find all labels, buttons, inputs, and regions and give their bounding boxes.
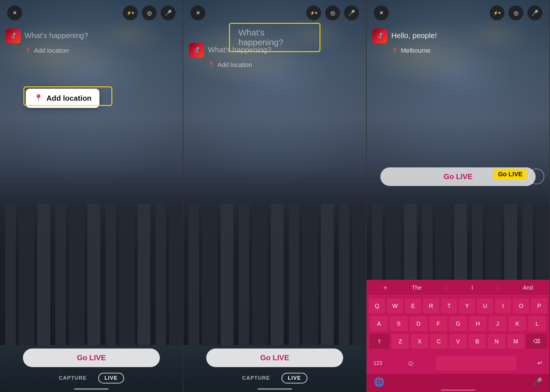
location-row-1[interactable]: 📍 Add location [25,47,177,54]
tab-live-1[interactable]: LIVE [98,373,124,383]
key-z[interactable]: Z [392,334,409,349]
close-button-1[interactable]: ✕ [7,5,22,20]
flash-icon-2: ⚡× [310,11,317,15]
flash-button-2[interactable]: ⚡× [306,5,321,20]
face-button-2[interactable]: ◎ [325,5,340,20]
key-t[interactable]: T [441,298,457,313]
key-backspace[interactable]: ⌫ [527,334,547,349]
go-live-button-1[interactable]: Go LIVE [23,349,160,367]
close-button-2[interactable]: ✕ [190,5,205,20]
callout-location-icon-1: 📍 [34,94,43,103]
face-button-3[interactable]: ◎ [508,5,523,20]
tab-row-1: CAPTURE LIVE [59,373,124,383]
flash-icon-1: ⚡× [127,11,134,15]
top-bar-1: ✕ ⚡× ◎ 🎤 [0,0,183,26]
whats-happening-highlight-box-2: What's happening? [229,23,321,52]
location-text-2: Add location [217,61,252,69]
close-icon-2: ✕ [196,10,200,16]
mic-icon-1: 🎤 [165,9,172,16]
key-v[interactable]: V [449,334,467,349]
key-numbers[interactable]: 123 [370,358,386,369]
suggestion-the-3[interactable]: The [412,284,421,291]
location-row-3[interactable]: 📍 Melbourne [391,47,544,54]
home-indicator-1 [74,388,109,390]
go-live-label-1: Go LIVE [77,353,106,362]
face-icon-3: ◎ [514,9,518,16]
key-r[interactable]: R [423,298,439,313]
key-g[interactable]: G [449,316,467,331]
key-h[interactable]: H [469,316,487,331]
tab-live-2[interactable]: LIVE [282,373,307,383]
key-emoji[interactable]: ☺ [404,357,418,370]
circle-button-3[interactable] [529,169,544,184]
flash-button-3[interactable]: ⚡× [490,5,504,20]
keyboard-mic-button-3[interactable]: 🎤 [533,377,542,386]
key-u[interactable]: U [477,298,493,313]
key-c[interactable]: C [430,334,447,349]
top-bar-2: ✕ ⚡× ◎ 🎤 [183,0,366,26]
flash-icon-3: ⚡× [493,11,500,15]
keyboard-suggestions-3: + The | I | And [367,280,549,296]
close-button-3[interactable]: ✕ [374,5,389,20]
key-row-1-3: Q W E R T Y U I O P [369,298,547,313]
avatar-1: 🦸 [6,29,21,43]
tab-capture-1[interactable]: CAPTURE [59,375,87,381]
key-return[interactable]: ↵ [534,357,546,369]
top-right-icons-3: ⚡× ◎ 🎤 [490,5,542,20]
location-icon-2: 📍 [208,62,215,68]
key-p[interactable]: P [531,298,547,313]
mic-button-3[interactable]: 🎤 [527,5,542,20]
key-y[interactable]: Y [459,298,475,313]
buildings-1 [0,169,183,345]
compose-row-3: 🦸 Hello, people! [372,29,544,43]
location-row-2[interactable]: 📍 Add location [208,61,360,69]
key-q[interactable]: Q [369,298,385,313]
key-m[interactable]: M [507,334,525,349]
compose-typed-text-3[interactable]: Hello, people! [391,29,437,41]
mic-button-1[interactable]: 🎤 [161,5,176,20]
bottom-bar-1: Go LIVE CAPTURE LIVE [0,349,183,383]
compose-area-3: 🦸 Hello, people! 📍 Melbourne [367,29,549,54]
mic-icon-3: 🎤 [531,9,539,16]
face-button-1[interactable]: ◎ [142,5,157,20]
go-live-label-2: Go LIVE [260,353,289,362]
top-right-icons-2: ⚡× ◎ 🎤 [306,5,359,20]
go-live-button-2[interactable]: Go LIVE [206,349,343,367]
key-f[interactable]: F [429,316,447,331]
key-a[interactable]: A [370,316,388,331]
face-icon-1: ◎ [147,9,152,16]
suggestion-i-3[interactable]: I [472,284,473,291]
flash-button-1[interactable]: ⚡× [123,5,138,20]
key-b[interactable]: B [469,334,486,349]
emoji-icon: ☺ [407,359,415,367]
globe-button-3[interactable]: 🌐 [374,377,384,387]
key-k[interactable]: K [508,316,526,331]
suggestion-plus-3: + [383,283,387,292]
key-e[interactable]: E [405,298,421,313]
key-space[interactable] [436,356,516,371]
compose-area-1: 🦸 What's happening? 📍 Add location [0,29,183,54]
key-d[interactable]: D [410,316,427,331]
location-text-3: Melbourne [401,47,431,54]
key-x[interactable]: X [411,334,428,349]
tab-capture-2[interactable]: CAPTURE [242,375,270,381]
add-location-callout-1[interactable]: 📍 Add location [26,89,99,108]
key-i[interactable]: I [495,298,511,313]
go-live-label-3: Go LIVE [443,172,472,181]
callout-label-1: Add location [46,94,91,103]
keyboard-3: + The | I | And Q W E R T Y U I O P [367,280,549,392]
location-text-1: Add location [34,47,69,54]
close-icon-1: ✕ [13,10,17,16]
key-o[interactable]: O [513,298,529,313]
suggestion-and-3[interactable]: And [523,284,533,291]
key-l[interactable]: L [528,316,546,331]
compose-placeholder-1[interactable]: What's happening? [25,29,88,41]
key-s[interactable]: S [390,316,408,331]
key-w[interactable]: W [387,298,403,313]
key-shift[interactable]: ⇧ [369,334,390,349]
mic-button-2[interactable]: 🎤 [344,5,359,20]
key-n[interactable]: N [488,334,505,349]
bottom-bar-2: Go LIVE CAPTURE LIVE [183,349,366,383]
home-indicator-3 [441,389,475,391]
key-j[interactable]: J [489,316,506,331]
